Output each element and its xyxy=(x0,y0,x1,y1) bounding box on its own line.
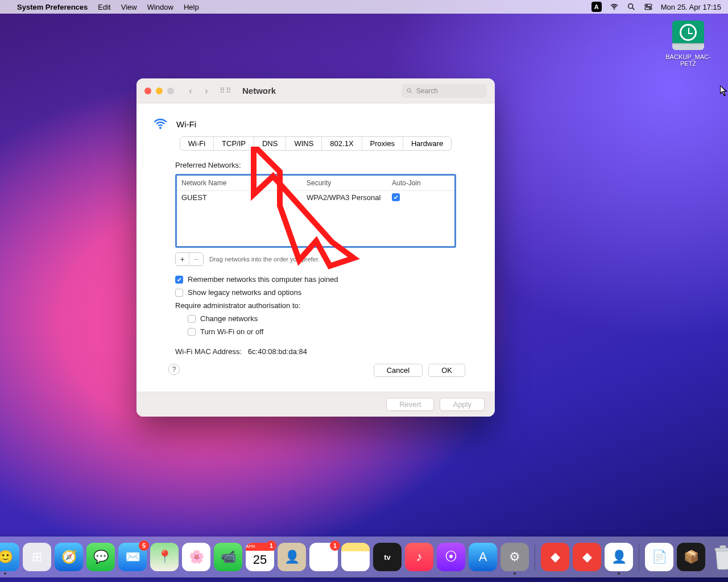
table-row[interactable]: GUEST WPA2/WPA3 Personal xyxy=(177,191,454,204)
tab-bar: Wi-Fi TCP/IP DNS WINS 802.1X Proxies Har… xyxy=(180,136,452,151)
auth-wifi-power-label: Turn Wi-Fi on or off xyxy=(200,327,263,336)
remove-network-button: − xyxy=(189,253,203,265)
ok-button[interactable]: OK xyxy=(428,364,465,377)
dock-separator xyxy=(535,543,535,571)
window-close-button[interactable] xyxy=(144,88,151,94)
menu-help[interactable]: Help xyxy=(184,3,199,11)
dock-music[interactable]: ♪ xyxy=(405,543,433,571)
svg-point-5 xyxy=(649,7,651,9)
revert-button: Revert xyxy=(386,398,434,411)
dock-photos[interactable]: 🌸 xyxy=(182,543,210,571)
dock-mail[interactable]: ✉️5 xyxy=(118,543,147,571)
svg-point-1 xyxy=(628,4,632,9)
mac-address-label: Wi-Fi MAC Address: xyxy=(175,347,242,356)
cancel-button[interactable]: Cancel xyxy=(374,364,423,377)
drag-hint: Drag networks into the order you prefer. xyxy=(209,256,320,263)
time-machine-disk-icon xyxy=(672,20,704,50)
remember-networks-label: Remember networks this computer has join… xyxy=(188,275,338,284)
dock-separator xyxy=(639,543,639,571)
tab-wins[interactable]: WINS xyxy=(286,137,322,150)
input-source-icon[interactable]: A xyxy=(592,2,602,12)
menubar-app-name[interactable]: System Preferences xyxy=(17,3,88,11)
panel-heading: Wi-Fi xyxy=(176,119,196,129)
preferred-networks-table[interactable]: Network Name Security Auto-Join GUEST WP… xyxy=(175,174,456,248)
mac-address-value: 6c:40:08:bd:da:84 xyxy=(248,347,307,356)
svg-point-0 xyxy=(614,9,615,10)
tab-tcpip[interactable]: TCP/IP xyxy=(214,137,254,150)
menubar-clock[interactable]: Mon 25. Apr 17:15 xyxy=(661,3,721,11)
cell-security: WPA2/WPA3 Personal xyxy=(307,193,392,202)
dock-reminders[interactable]: ☰1 xyxy=(309,543,338,571)
svg-rect-10 xyxy=(720,546,726,548)
dock: 🙂⊞🧭💬✉️5📍🌸📹APR251👤☰1tv♪⦿A⚙︎◆◆👤📄📦 xyxy=(0,537,728,577)
dock-tv[interactable]: tv xyxy=(373,543,402,571)
show-legacy-checkbox[interactable] xyxy=(175,289,183,297)
dock-podcasts[interactable]: ⦿ xyxy=(437,543,465,571)
auth-change-networks-checkbox[interactable] xyxy=(188,315,196,323)
column-autojoin[interactable]: Auto-Join xyxy=(392,179,450,187)
menu-view[interactable]: View xyxy=(121,3,137,11)
dock-appstore[interactable]: A xyxy=(469,543,497,571)
spotlight-icon[interactable] xyxy=(627,2,636,11)
dock-pkg[interactable]: 📦 xyxy=(677,543,705,571)
svg-rect-2 xyxy=(645,4,652,6)
dock-contacts[interactable]: 👤 xyxy=(278,543,306,571)
dock-messages[interactable]: 💬 xyxy=(86,543,115,571)
search-placeholder: Search xyxy=(416,87,438,95)
svg-point-7 xyxy=(159,127,162,129)
window-titlebar[interactable]: ‹ › ⠿⠿ Network Search xyxy=(136,78,495,103)
menu-window[interactable]: Window xyxy=(147,3,173,11)
dock-textdoc[interactable]: 📄 xyxy=(645,543,673,571)
svg-point-6 xyxy=(407,89,411,92)
window-title: Network xyxy=(242,86,276,95)
mouse-cursor-icon xyxy=(720,85,728,98)
window-zoom-button xyxy=(167,88,174,94)
dock-launchpad[interactable]: ⊞ xyxy=(23,543,51,571)
search-input[interactable]: Search xyxy=(402,84,487,98)
preferred-networks-label: Preferred Networks: xyxy=(175,161,456,169)
tab-8021x[interactable]: 802.1X xyxy=(322,137,362,150)
dock-preferences[interactable]: ⚙︎ xyxy=(500,543,529,571)
dock-finder[interactable]: 🙂 xyxy=(0,543,19,571)
help-button[interactable]: ? xyxy=(168,364,180,375)
dock-anydesk[interactable]: ◆ xyxy=(541,543,569,571)
desktop-disk-label: BACKUP_MAC-PETZ xyxy=(662,53,714,67)
apply-button: Apply xyxy=(440,398,485,411)
add-network-button[interactable]: + xyxy=(176,253,189,265)
remember-networks-checkbox[interactable] xyxy=(175,276,183,284)
dock-trash[interactable] xyxy=(709,543,728,571)
wifi-status-icon[interactable] xyxy=(610,2,619,11)
tab-hardware[interactable]: Hardware xyxy=(403,137,451,150)
require-auth-label: Require administrator authorisation to: xyxy=(175,301,456,310)
svg-rect-9 xyxy=(715,548,728,551)
dock-user[interactable]: 👤 xyxy=(605,543,633,571)
dock-anydesk2[interactable]: ◆ xyxy=(573,543,601,571)
tab-wifi[interactable]: Wi-Fi xyxy=(180,137,214,150)
dock-calendar[interactable]: APR251 xyxy=(246,543,274,571)
column-network-name[interactable]: Network Name xyxy=(181,179,307,187)
dock-maps[interactable]: 📍 xyxy=(150,543,179,571)
tab-dns[interactable]: DNS xyxy=(254,137,286,150)
nav-back-button[interactable]: ‹ xyxy=(184,86,197,96)
show-legacy-label: Show legacy networks and options xyxy=(188,288,301,297)
autojoin-checkbox[interactable] xyxy=(392,193,400,201)
cell-network-name: GUEST xyxy=(181,193,307,202)
svg-rect-3 xyxy=(645,7,652,10)
menubar: System Preferences Edit View Window Help… xyxy=(0,0,728,14)
dock-facetime[interactable]: 📹 xyxy=(214,543,242,571)
search-icon xyxy=(406,88,413,94)
desktop-disk-backup[interactable]: BACKUP_MAC-PETZ xyxy=(662,20,714,67)
auth-wifi-power-checkbox[interactable] xyxy=(188,328,196,336)
column-security[interactable]: Security xyxy=(307,179,392,187)
dock-notes[interactable] xyxy=(341,543,370,571)
dock-safari[interactable]: 🧭 xyxy=(55,543,83,571)
show-all-button[interactable]: ⠿⠿ xyxy=(220,86,232,95)
menu-edit[interactable]: Edit xyxy=(98,3,110,11)
control-center-icon[interactable] xyxy=(644,2,653,11)
svg-point-4 xyxy=(646,5,648,6)
preferences-window: ‹ › ⠿⠿ Network Search Wi-Fi Wi-Fi TCP/IP… xyxy=(136,78,495,417)
tab-proxies[interactable]: Proxies xyxy=(362,137,403,150)
wifi-icon xyxy=(152,116,168,132)
window-minimize-button[interactable] xyxy=(156,88,163,94)
auth-change-networks-label: Change networks xyxy=(200,314,258,323)
